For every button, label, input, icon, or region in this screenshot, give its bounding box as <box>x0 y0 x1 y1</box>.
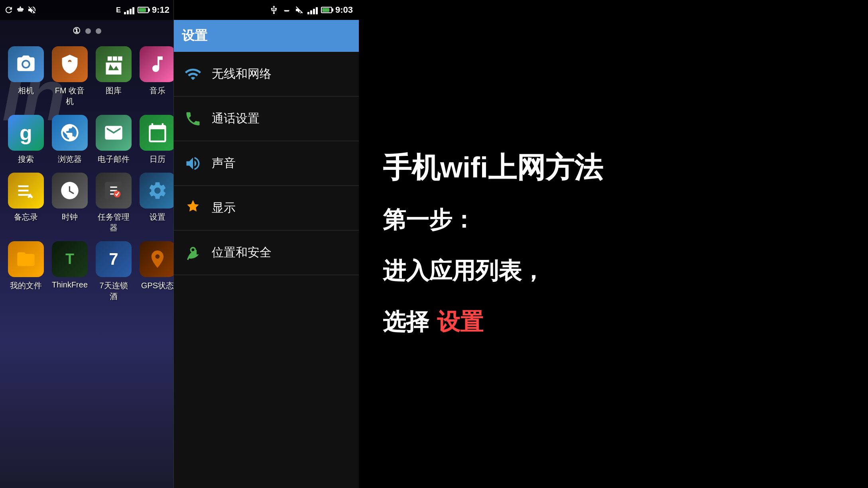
sound-label: 声音 <box>212 155 236 171</box>
wifi-icon <box>182 63 204 85</box>
email-icon <box>96 115 132 151</box>
7days-icon: 7 <box>96 241 132 277</box>
app-clock[interactable]: 时钟 <box>52 173 88 233</box>
app-calendar[interactable]: 日历 <box>140 115 173 165</box>
browser-label: 浏览器 <box>58 154 82 165</box>
memo-icon <box>8 173 44 209</box>
tutorial-title: 手机wifi上网方法 <box>383 150 844 185</box>
sound-icon <box>182 152 204 174</box>
silent-icon-right <box>295 5 304 15</box>
gallery-icon <box>96 46 132 82</box>
status-bar-right: 9:03 <box>174 0 359 20</box>
android-icon-right <box>282 5 291 15</box>
taskmanager-label: 任务管理器 <box>96 212 132 233</box>
refresh-icon <box>4 5 14 15</box>
action-prefix: 选择 <box>383 307 429 338</box>
page-number: ① <box>73 26 81 36</box>
clock-label: 时钟 <box>62 212 78 222</box>
app-settings-home[interactable]: 设置 <box>140 173 173 233</box>
location-icon <box>182 242 204 264</box>
fm-label: FM 收音机 <box>52 85 88 107</box>
search-icon: g <box>8 115 44 151</box>
app-fm[interactable]: FM 收音机 <box>52 46 88 107</box>
location-label: 位置和安全 <box>212 244 272 261</box>
settings-location[interactable]: 位置和安全 <box>174 230 359 275</box>
silent-icon <box>27 5 37 15</box>
app-taskmanager[interactable]: 任务管理器 <box>96 173 132 233</box>
app-email[interactable]: 电子邮件 <box>96 115 132 165</box>
browser-icon <box>52 115 88 151</box>
email-label: 电子邮件 <box>98 154 130 165</box>
app-thinkfree[interactable]: T ThinkFree <box>52 241 88 302</box>
battery-icon-left <box>138 7 149 13</box>
tutorial-panel: 手机wifi上网方法 第一步： 进入应用列表， 选择 设置 <box>359 0 868 488</box>
step1-text: 第一步： <box>383 207 475 232</box>
taskmanager-icon <box>96 173 132 209</box>
app-browser[interactable]: 浏览器 <box>52 115 88 165</box>
myfiles-label: 我的文件 <box>10 280 42 291</box>
left-phone-panel: Ih E <box>0 0 173 488</box>
calendar-label: 日历 <box>150 154 165 165</box>
settings-wireless[interactable]: 无线和网络 <box>174 52 359 96</box>
usb-icon <box>269 5 279 15</box>
signal-bars-left <box>124 6 134 14</box>
tutorial-step1-label: 第一步： <box>383 205 844 236</box>
dot-2 <box>85 28 91 34</box>
battery-icon-right <box>321 7 332 13</box>
settings-home-label: 设置 <box>150 212 165 222</box>
settings-calls[interactable]: 通话设置 <box>174 96 359 141</box>
gps-label: GPS状态 <box>141 280 173 291</box>
android-icon <box>16 5 25 15</box>
gallery-label: 图库 <box>106 85 122 96</box>
app-music[interactable]: 音乐 <box>140 46 173 107</box>
settings-header: 设置 <box>174 20 359 52</box>
gps-icon <box>140 241 173 277</box>
settings-title: 设置 <box>182 28 207 43</box>
status-icons-left <box>4 5 37 15</box>
search-label: 搜索 <box>18 154 34 165</box>
camera-label: 相机 <box>18 85 34 96</box>
status-bar-left: E 9:12 <box>0 0 173 20</box>
settings-home-icon <box>140 173 173 209</box>
signal-bars-right <box>307 6 318 14</box>
app-gps[interactable]: GPS状态 <box>140 241 173 302</box>
app-7days[interactable]: 7 7天连锁酒 <box>96 241 132 302</box>
fm-icon <box>52 46 88 82</box>
thinkfree-icon: T <box>52 241 88 277</box>
tutorial-step1-line1: 进入应用列表， <box>383 256 844 287</box>
music-label: 音乐 <box>150 85 165 96</box>
display-label: 显示 <box>212 200 236 216</box>
app-gallery[interactable]: 图库 <box>96 46 132 107</box>
app-myfiles[interactable]: 我的文件 <box>8 241 44 302</box>
app-memo[interactable]: 备忘录 <box>8 173 44 233</box>
settings-sound[interactable]: 声音 <box>174 141 359 186</box>
myfiles-icon <box>8 241 44 277</box>
calendar-icon <box>140 115 173 151</box>
memo-label: 备忘录 <box>14 212 38 222</box>
status-right-left: E 9:12 <box>116 5 169 15</box>
settings-display[interactable]: 显示 <box>174 186 359 230</box>
taskmanager-svg <box>103 180 124 201</box>
page-dots: ① <box>0 20 173 42</box>
settings-list: 无线和网络 通话设置 声音 <box>174 52 359 488</box>
camera-icon <box>8 46 44 82</box>
calls-label: 通话设置 <box>212 110 260 127</box>
dot-3 <box>96 28 101 34</box>
app-search[interactable]: g 搜索 <box>8 115 44 165</box>
app-grid: 相机 FM 收音机 图库 音乐 g 搜索 <box>0 42 173 306</box>
7days-label: 7天连锁酒 <box>96 280 132 302</box>
music-icon <box>140 46 173 82</box>
wireless-label: 无线和网络 <box>212 66 272 82</box>
action-highlight: 设置 <box>437 307 483 338</box>
clock-icon <box>52 173 88 209</box>
phone-icon <box>182 108 204 130</box>
tutorial-action: 选择 设置 <box>383 307 844 338</box>
time-left: 9:12 <box>152 5 169 15</box>
time-right: 9:03 <box>335 5 353 15</box>
display-icon <box>182 197 204 219</box>
middle-phone-panel: 9:03 设置 无线和网络 通话设置 <box>173 0 359 488</box>
thinkfree-label: ThinkFree <box>52 280 88 289</box>
app-camera[interactable]: 相机 <box>8 46 44 107</box>
network-type-left: E <box>116 6 121 14</box>
